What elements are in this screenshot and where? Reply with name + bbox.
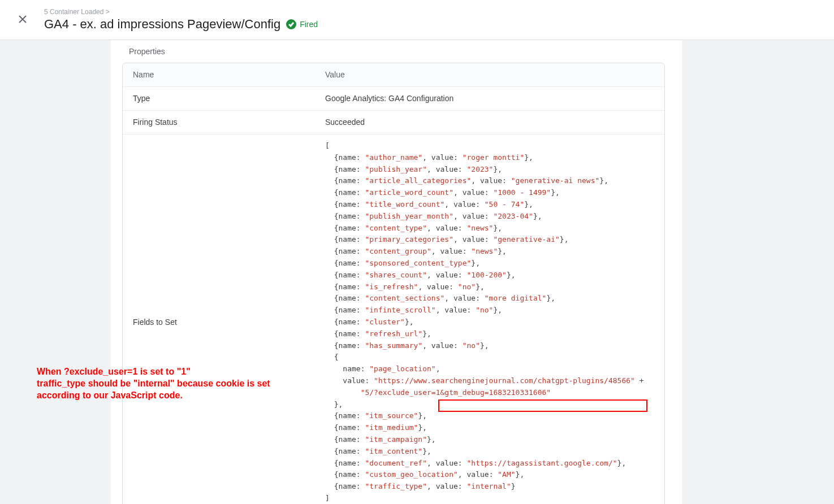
annotation-overlay: When ?exclude_user=1 is set to "1"traffi… <box>37 366 314 401</box>
close-icon[interactable] <box>18 14 27 27</box>
modal-header: 5 Container Loaded > GA4 - ex. ad impres… <box>0 0 834 40</box>
breadcrumb[interactable]: 5 Container Loaded > <box>44 8 318 16</box>
col-value: Value <box>315 63 664 86</box>
properties-table: Name Value Type Google Analytics: GA4 Co… <box>122 63 665 504</box>
table-row-fields-to-set: Fields to Set [ {name: "author_name", va… <box>123 134 664 504</box>
prop-value: Succeeded <box>315 111 664 134</box>
table-header-row: Name Value <box>123 63 664 87</box>
prop-name: Fields to Set <box>123 134 315 504</box>
prop-value: Google Analytics: GA4 Configuration <box>315 87 664 110</box>
prop-name: Type <box>123 87 315 110</box>
table-row: Type Google Analytics: GA4 Configuration <box>123 87 664 111</box>
section-title: Properties <box>111 40 682 63</box>
table-row: Firing Status Succeeded <box>123 111 664 134</box>
fields-to-set-code: [ {name: "author_name", value: "roger mo… <box>325 140 654 504</box>
check-icon <box>286 19 296 29</box>
col-name: Name <box>123 63 315 86</box>
page-title: GA4 - ex. ad impressions Pageview/Config <box>44 17 280 32</box>
properties-card: Properties Name Value Type Google Analyt… <box>111 40 682 504</box>
prop-name: Firing Status <box>123 111 315 134</box>
fired-badge: Fired <box>286 19 318 29</box>
fired-label: Fired <box>300 20 318 29</box>
